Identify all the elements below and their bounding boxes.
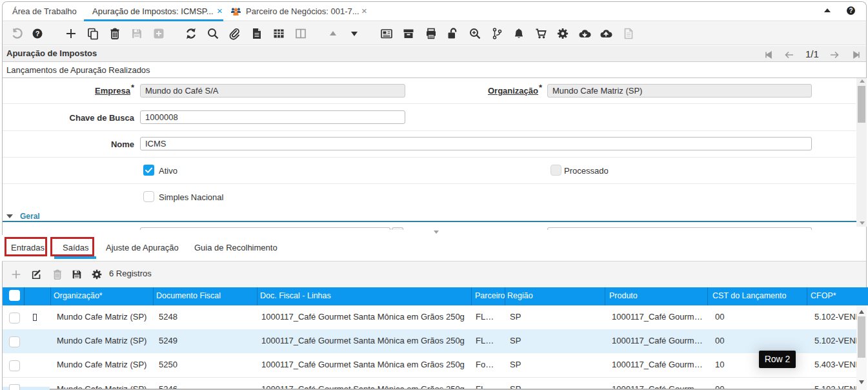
svg-text:?: ?	[35, 30, 40, 37]
